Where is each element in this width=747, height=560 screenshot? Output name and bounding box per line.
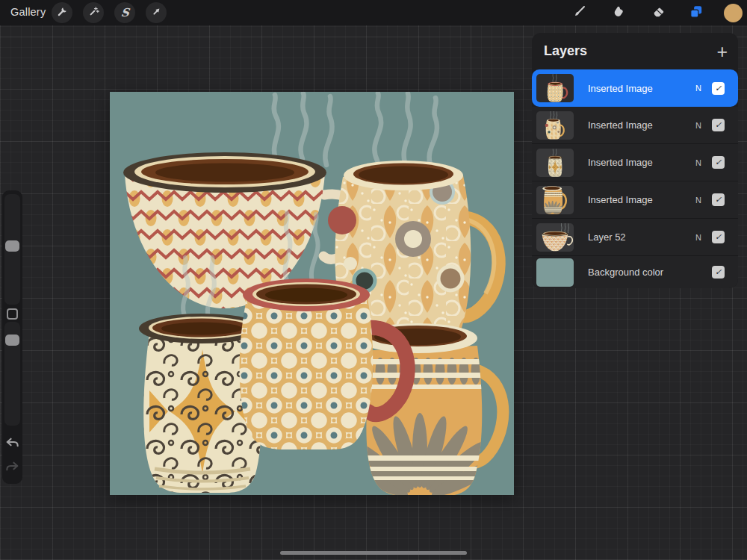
mug-artwork <box>110 92 514 495</box>
layer-thumbnail[interactable] <box>536 223 574 252</box>
layer-name: Inserted Image <box>588 194 687 205</box>
selection-button[interactable]: S <box>114 2 135 23</box>
layers-button[interactable] <box>686 3 705 22</box>
layers-panel-header: Layers + <box>532 33 738 69</box>
layer-row-inserted-image-2[interactable]: Inserted Image N ✓ <box>532 107 738 144</box>
check-icon: ✓ <box>715 232 722 242</box>
brush-sidebar <box>2 190 22 484</box>
blend-mode-badge[interactable]: N <box>687 121 710 130</box>
brush-icon <box>571 3 588 22</box>
layer-visibility-checkbox[interactable]: ✓ <box>712 193 725 206</box>
layer-thumbnail[interactable] <box>536 186 574 214</box>
paint-button[interactable] <box>570 3 589 22</box>
horizontal-scrollbar[interactable] <box>280 551 467 555</box>
blend-mode-badge[interactable]: N <box>687 233 710 242</box>
undo-button[interactable] <box>4 434 21 451</box>
procreate-app: Gallery S <box>0 0 747 560</box>
gallery-button[interactable]: Gallery <box>10 6 46 18</box>
check-icon: ✓ <box>715 158 722 167</box>
selection-s-icon: S <box>120 6 130 19</box>
layer-row-inserted-image-4[interactable]: Inserted Image N ✓ <box>532 181 738 219</box>
erase-button[interactable] <box>648 3 668 22</box>
layer-thumbnail[interactable] <box>536 149 574 177</box>
layer-row-background-color[interactable]: Background color ✓ <box>532 256 738 288</box>
transform-arrow-icon <box>150 5 163 21</box>
top-toolbar: Gallery S <box>0 0 747 25</box>
opacity-handle[interactable] <box>5 335 19 346</box>
layer-row-inserted-image-1[interactable]: Inserted Image N ✓ <box>532 69 738 107</box>
blend-mode-badge[interactable]: N <box>687 196 710 205</box>
eraser-icon <box>650 3 666 22</box>
actions-button[interactable] <box>52 2 72 23</box>
blend-mode-badge[interactable]: N <box>687 84 710 93</box>
check-icon: ✓ <box>715 195 722 205</box>
magic-wand-icon <box>87 5 100 21</box>
layer-row-inserted-image-3[interactable]: Inserted Image N ✓ <box>532 144 738 181</box>
smudge-finger-icon <box>610 3 627 22</box>
layers-panel: Layers + Inserted Image N ✓ Inserted Ima… <box>532 33 738 288</box>
layers-icon <box>687 3 704 23</box>
redo-button[interactable] <box>4 458 21 475</box>
check-icon: ✓ <box>715 120 722 130</box>
layer-name: Inserted Image <box>588 119 687 131</box>
blend-mode-badge[interactable]: N <box>687 158 710 167</box>
brush-size-handle[interactable] <box>5 240 19 252</box>
add-layer-button[interactable]: + <box>716 43 728 60</box>
layer-name: Background color <box>588 267 687 278</box>
layer-visibility-checkbox[interactable]: ✓ <box>712 82 725 95</box>
layer-name: Inserted Image <box>588 157 687 168</box>
color-swatch-icon <box>724 4 743 22</box>
layers-title: Layers <box>544 43 716 59</box>
transform-button[interactable] <box>146 2 167 23</box>
canvas[interactable] <box>110 92 514 495</box>
background-color-thumbnail[interactable] <box>536 258 574 287</box>
wrench-icon <box>56 5 69 21</box>
layer-name: Inserted Image <box>588 83 687 94</box>
undo-arrow-icon <box>4 441 21 453</box>
layer-thumbnail[interactable] <box>536 74 574 102</box>
smudge-button[interactable] <box>609 3 628 22</box>
layer-name: Layer 52 <box>588 231 687 243</box>
redo-arrow-icon <box>4 464 21 477</box>
layer-thumbnail[interactable] <box>536 111 574 140</box>
layer-visibility-checkbox[interactable]: ✓ <box>712 266 725 279</box>
adjustments-button[interactable] <box>83 2 104 23</box>
layer-visibility-checkbox[interactable]: ✓ <box>712 156 725 169</box>
check-icon: ✓ <box>715 267 722 277</box>
layer-visibility-checkbox[interactable]: ✓ <box>712 119 725 131</box>
modify-button[interactable] <box>7 308 18 320</box>
layer-row-layer-52[interactable]: Layer 52 N ✓ <box>532 219 738 256</box>
check-icon: ✓ <box>715 84 722 93</box>
layer-visibility-checkbox[interactable]: ✓ <box>712 231 725 243</box>
color-button[interactable] <box>723 3 743 22</box>
